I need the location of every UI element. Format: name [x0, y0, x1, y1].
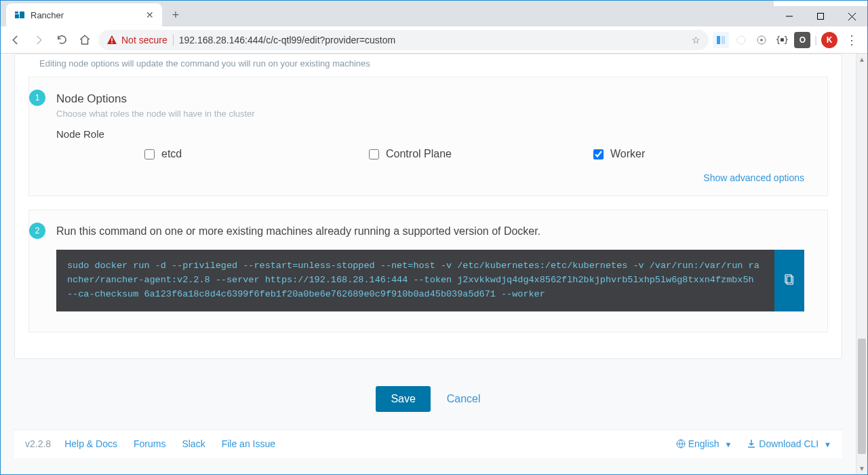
address-bar[interactable]: Not secure 192.168.28.146:444/c/c-qtl99/…	[98, 30, 709, 50]
minimize-icon[interactable]	[774, 6, 805, 26]
form-actions: Save Cancel	[14, 367, 842, 430]
role-control-plane[interactable]: Control Plane	[369, 148, 580, 160]
step-badge-2: 2	[29, 223, 45, 239]
show-advanced-options-link[interactable]: Show advanced options	[703, 172, 804, 183]
window-controls	[774, 6, 867, 26]
svg-point-13	[760, 39, 763, 41]
scrollbar-thumb[interactable]	[858, 339, 866, 454]
svg-rect-1	[20, 12, 24, 18]
back-icon[interactable]	[6, 31, 25, 50]
page-footer: v2.2.8 Help & Docs Forums Slack File an …	[14, 430, 842, 458]
run-command-title: Run this command on one or more existing…	[56, 225, 804, 238]
node-role-row: etcd Control Plane Worker	[56, 148, 804, 160]
clipboard-icon	[783, 274, 795, 286]
svg-rect-7	[111, 38, 113, 41]
role-worker[interactable]: Worker	[593, 148, 804, 160]
page-content: Editing node options will update the com…	[1, 54, 856, 474]
warning-icon	[106, 35, 117, 45]
svg-rect-9	[717, 36, 720, 44]
svg-rect-4	[818, 14, 824, 20]
chevron-down-icon: ▼	[725, 440, 732, 449]
save-button[interactable]: Save	[376, 386, 430, 412]
extension-icon[interactable]	[753, 32, 770, 48]
browser-toolbar: Not secure 192.168.28.146:444/c/c-qtl99/…	[1, 26, 867, 54]
new-tab-button[interactable]: +	[166, 5, 185, 24]
browser-menu-icon[interactable]: ⋮	[842, 33, 862, 48]
download-cli-link[interactable]: Download CLI ▼	[747, 438, 831, 449]
profile-avatar[interactable]: K	[821, 32, 837, 48]
rancher-favicon-icon	[14, 10, 25, 20]
file-issue-link[interactable]: File an Issue	[222, 438, 275, 449]
browser-tab-active[interactable]: Rancher ✕	[6, 3, 162, 26]
tab-title: Rancher	[31, 10, 140, 20]
role-etcd-checkbox[interactable]	[144, 149, 155, 159]
node-role-label: Node Role	[56, 128, 804, 140]
version-text: v2.2.8	[25, 438, 51, 449]
svg-rect-8	[111, 42, 113, 43]
cancel-button[interactable]: Cancel	[447, 393, 481, 405]
svg-rect-0	[15, 14, 19, 18]
extension-icon[interactable]	[713, 32, 729, 48]
download-icon	[747, 439, 756, 449]
svg-rect-2	[15, 12, 18, 14]
browser-tabstrip: Rancher ✕ +	[1, 1, 774, 26]
command-text[interactable]: sudo docker run -d --privileged --restar…	[56, 250, 774, 311]
node-options-subtitle: Choose what roles the node will have in …	[56, 109, 804, 119]
tab-close-icon[interactable]: ✕	[146, 10, 154, 20]
globe-icon	[676, 439, 686, 449]
vertical-scrollbar[interactable]: ▲ ▼	[856, 54, 867, 474]
chevron-down-icon: ▼	[824, 440, 831, 449]
extension-icon[interactable]: {■}	[774, 32, 790, 48]
svg-point-11	[737, 36, 745, 44]
step-badge-1: 1	[29, 90, 45, 106]
language-selector[interactable]: English ▼	[676, 438, 732, 449]
node-options-title: Node Options	[56, 92, 804, 106]
home-icon[interactable]	[75, 31, 94, 50]
reload-icon[interactable]	[52, 31, 71, 50]
url-text: 192.168.28.146:444/c/c-qtl99/edit?provid…	[179, 35, 687, 45]
node-options-section: 1 Node Options Choose what roles the nod…	[28, 77, 828, 196]
help-docs-link[interactable]: Help & Docs	[64, 438, 117, 449]
svg-rect-10	[722, 36, 725, 44]
role-etcd[interactable]: etcd	[56, 148, 355, 160]
maximize-icon[interactable]	[805, 6, 836, 26]
extension-icon[interactable]: O	[794, 32, 810, 48]
run-command-section: 2 Run this command on one or more existi…	[28, 210, 828, 332]
close-window-icon[interactable]	[836, 6, 867, 26]
slack-link[interactable]: Slack	[182, 438, 205, 449]
bookmark-star-icon[interactable]: ☆	[692, 35, 701, 45]
not-secure-badge[interactable]: Not secure	[106, 35, 167, 45]
role-control-plane-checkbox[interactable]	[369, 149, 379, 159]
forward-icon[interactable]	[29, 31, 48, 50]
scroll-down-icon[interactable]: ▼	[856, 463, 867, 474]
forums-link[interactable]: Forums	[134, 438, 165, 449]
role-worker-checkbox[interactable]	[593, 149, 604, 159]
scroll-up-icon[interactable]: ▲	[856, 54, 867, 65]
copy-command-button[interactable]	[774, 250, 804, 311]
extension-icon[interactable]	[733, 32, 749, 48]
edit-header-subtext: Editing node options will update the com…	[15, 54, 842, 77]
